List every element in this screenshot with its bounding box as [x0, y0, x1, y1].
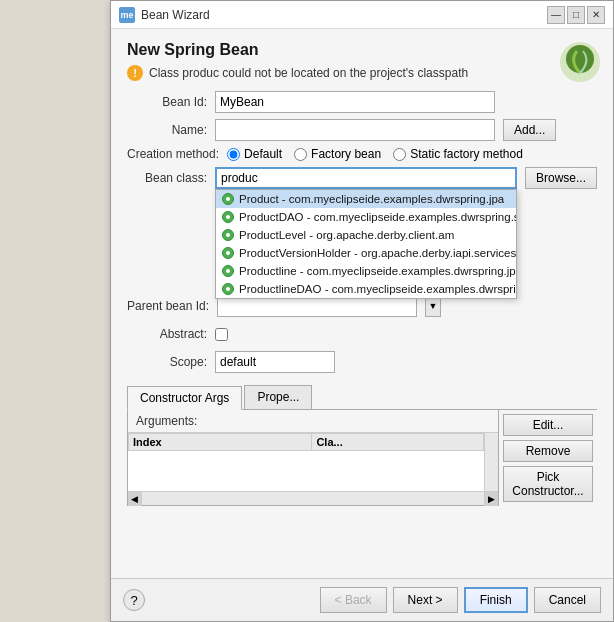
dropdown-item-text-5: ProductlineDAO - com.myeclipseide.exampl… — [239, 283, 516, 295]
status-icon-1 — [222, 211, 234, 223]
dropdown-item-text-3: ProductVersionHolder - org.apache.derby.… — [239, 247, 516, 259]
warning-icon: ! — [127, 65, 143, 81]
background-blur — [0, 0, 110, 622]
abstract-label: Abstract: — [127, 327, 207, 341]
bean-class-input-wrap: Product - com.myeclipseide.examples.dwrs… — [215, 167, 517, 189]
add-button[interactable]: Add... — [503, 119, 556, 141]
page-title: New Spring Bean — [127, 41, 597, 59]
bean-wizard-window: me Bean Wizard — □ ✕ New Spring Bean ! C… — [110, 0, 614, 622]
col-index: Index — [129, 434, 312, 451]
col-class: Cla... — [312, 434, 484, 451]
warning-row: ! Class produc could not be located on t… — [127, 65, 597, 81]
dropdown-item-text-2: ProductLevel - org.apache.derby.client.a… — [239, 229, 454, 241]
creation-method-row: Creation method: Default Factory bean St… — [127, 147, 597, 161]
dropdown-item-2[interactable]: ProductLevel - org.apache.derby.client.a… — [216, 226, 516, 244]
svg-point-1 — [566, 45, 594, 73]
autocomplete-dropdown: Product - com.myeclipseide.examples.dwrs… — [215, 189, 517, 299]
status-icon-4 — [222, 265, 234, 277]
radio-default[interactable]: Default — [227, 147, 282, 161]
abstract-checkbox[interactable] — [215, 328, 228, 341]
arguments-section: Arguments: Index Cla... — [127, 410, 597, 506]
arguments-label: Arguments: — [128, 410, 205, 432]
footer-right: < Back Next > Finish Cancel — [320, 587, 601, 613]
warning-text: Class produc could not be located on the… — [149, 66, 468, 80]
app-icon: me — [119, 7, 135, 23]
args-panel: Arguments: Index Cla... — [127, 410, 499, 506]
bean-class-label: Bean class: — [127, 167, 207, 185]
bean-class-input[interactable] — [215, 167, 517, 189]
footer-left: ? — [123, 589, 145, 611]
parent-bean-label: Parent bean Id: — [127, 299, 209, 313]
dropdown-item-0[interactable]: Product - com.myeclipseide.examples.dwrs… — [216, 190, 516, 208]
bean-id-input[interactable] — [215, 91, 495, 113]
args-scrollbar[interactable] — [484, 433, 498, 491]
header-section: New Spring Bean ! Class produc could not… — [127, 41, 597, 81]
tabs-row: Constructor Args Prope... — [127, 385, 597, 410]
radio-factory-label: Factory bean — [311, 147, 381, 161]
args-side-buttons: Edit... Remove Pick Constructor... — [499, 410, 597, 506]
radio-factory-input[interactable] — [294, 148, 307, 161]
hscroll-right-btn[interactable]: ▶ — [484, 492, 498, 506]
dropdown-item-5[interactable]: ProductlineDAO - com.myeclipseide.exampl… — [216, 280, 516, 298]
form-section: Bean Id: Name: Add... Creation method: D… — [127, 91, 597, 377]
args-table: Index Cla... — [128, 433, 484, 451]
next-button[interactable]: Next > — [393, 587, 458, 613]
bean-id-row: Bean Id: — [127, 91, 597, 113]
browse-button[interactable]: Browse... — [525, 167, 597, 189]
spring-logo — [559, 41, 601, 83]
scope-label: Scope: — [127, 355, 207, 369]
radio-default-label: Default — [244, 147, 282, 161]
scope-row: Scope: — [127, 351, 597, 373]
dropdown-item-1[interactable]: ProductDAO - com.myeclipseide.examples.d… — [216, 208, 516, 226]
finish-button[interactable]: Finish — [464, 587, 528, 613]
dropdown-item-text-4: Productline - com.myeclipseide.examples.… — [239, 265, 516, 277]
radio-default-input[interactable] — [227, 148, 240, 161]
help-button[interactable]: ? — [123, 589, 145, 611]
dropdown-item-4[interactable]: Productline - com.myeclipseide.examples.… — [216, 262, 516, 280]
bean-id-label: Bean Id: — [127, 95, 207, 109]
args-table-area: Index Cla... — [128, 433, 498, 491]
back-button[interactable]: < Back — [320, 587, 387, 613]
minimize-button[interactable]: — — [547, 6, 565, 24]
scope-input[interactable] — [215, 351, 335, 373]
status-icon-3 — [222, 247, 234, 259]
radio-static-factory[interactable]: Static factory method — [393, 147, 523, 161]
hscroll-left-btn[interactable]: ◀ — [128, 492, 142, 506]
args-hscroll: ◀ ▶ — [128, 491, 498, 505]
creation-method-group: Default Factory bean Static factory meth… — [227, 147, 523, 161]
edit-button[interactable]: Edit... — [503, 414, 593, 436]
remove-button[interactable]: Remove — [503, 440, 593, 462]
radio-factory-bean[interactable]: Factory bean — [294, 147, 381, 161]
dropdown-item-text-0: Product - com.myeclipseide.examples.dwrs… — [239, 193, 504, 205]
abstract-row: Abstract: — [127, 327, 597, 341]
close-button[interactable]: ✕ — [587, 6, 605, 24]
args-table-content: Index Cla... — [128, 433, 484, 491]
tab-constructor-args[interactable]: Constructor Args — [127, 386, 242, 410]
name-input[interactable] — [215, 119, 495, 141]
window-title: Bean Wizard — [141, 8, 547, 22]
name-label: Name: — [127, 123, 207, 137]
cancel-button[interactable]: Cancel — [534, 587, 601, 613]
radio-static-input[interactable] — [393, 148, 406, 161]
dropdown-item-3[interactable]: ProductVersionHolder - org.apache.derby.… — [216, 244, 516, 262]
bean-class-row: Bean class: Product - com.myeclipseide.e… — [127, 167, 597, 189]
tab-properties[interactable]: Prope... — [244, 385, 312, 409]
status-icon-2 — [222, 229, 234, 241]
dropdown-item-text-1: ProductDAO - com.myeclipseide.examples.d… — [239, 211, 516, 223]
name-row: Name: Add... — [127, 119, 597, 141]
maximize-button[interactable]: □ — [567, 6, 585, 24]
args-label-row: Arguments: — [128, 410, 498, 433]
status-icon-0 — [222, 193, 234, 205]
radio-static-label: Static factory method — [410, 147, 523, 161]
pick-constructor-button[interactable]: Pick Constructor... — [503, 466, 593, 502]
wizard-footer: ? < Back Next > Finish Cancel — [111, 578, 613, 621]
wizard-content: New Spring Bean ! Class produc could not… — [111, 29, 613, 578]
window-controls: — □ ✕ — [547, 6, 605, 24]
title-bar: me Bean Wizard — □ ✕ — [111, 1, 613, 29]
status-icon-5 — [222, 283, 234, 295]
creation-method-label: Creation method: — [127, 147, 219, 161]
